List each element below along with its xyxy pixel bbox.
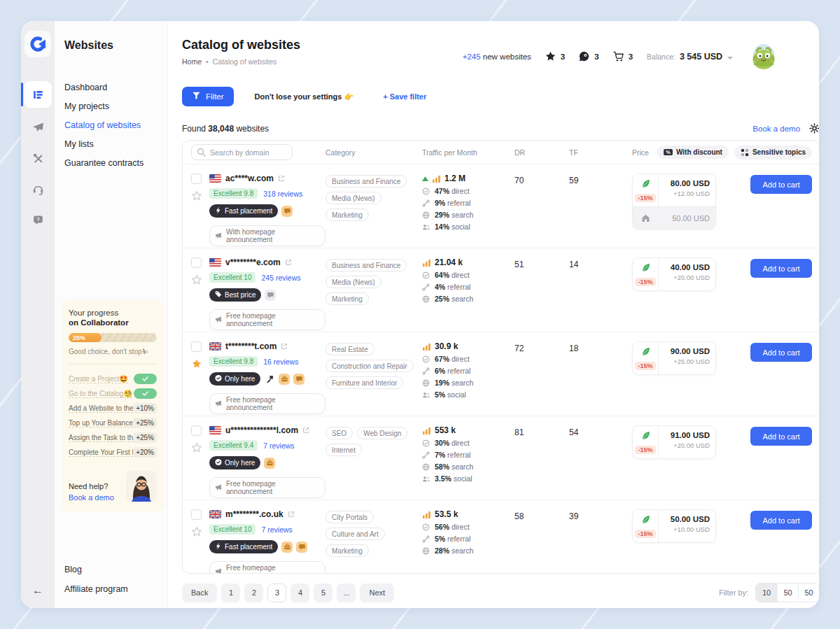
sensitive-topics-toggle[interactable]: Sensitive topics [734,146,812,160]
rail-outreach-icon[interactable] [24,116,52,139]
announcement-chip: Free homepage announcement [209,309,326,330]
rail-websites-icon[interactable] [24,81,52,108]
balance-dropdown[interactable]: Balance: 3 545 USD [647,50,734,63]
chat-orange-icon[interactable] [293,374,304,385]
row-checkbox[interactable] [191,257,202,268]
feature-badge: Only here [209,456,260,469]
search-input[interactable] [191,144,293,160]
row-checkbox[interactable] [191,425,202,436]
favorites-counter[interactable]: 3 [545,51,565,63]
traffic-source-referral: 6% referral [422,367,514,375]
reviews-link[interactable]: 7 reviews [261,525,292,534]
new-websites-link[interactable]: +245 new websites [463,52,531,61]
domain-link[interactable]: m********.co.uk [225,509,284,519]
pagination-ellipsis[interactable]: ... [337,584,356,602]
rail-tools-icon[interactable] [24,147,52,169]
chat-orange-icon[interactable] [296,542,307,553]
briefcase-icon[interactable] [264,458,275,469]
traffic-chart-icon [422,510,431,519]
with-discount-toggle[interactable]: % With discount [657,146,729,159]
reviews-link[interactable]: 318 reviews [263,190,302,198]
gavel-icon[interactable] [264,374,275,385]
pagination-page-2[interactable]: 2 [244,584,263,602]
gear-icon[interactable] [809,123,819,134]
pagination-page-3-current[interactable]: 3 [267,584,286,602]
add-to-cart-button[interactable]: Add to cart [750,511,812,530]
external-link-icon[interactable] [302,427,309,434]
collapse-sidebar-icon[interactable]: ← [32,584,43,597]
traffic-sources: 56% direct5% referral28% search [422,523,514,555]
add-to-cart-button[interactable]: Add to cart [750,259,812,278]
task-done-check-icon[interactable] [134,374,157,384]
pagination-page-1[interactable]: 1 [221,584,240,602]
favorite-star-icon[interactable] [191,442,202,456]
add-to-cart-button[interactable]: Add to cart [750,427,812,446]
chevron-down-icon [727,50,734,63]
category-chip: Real Estate [326,343,374,355]
reviews-link[interactable]: 245 reviews [261,274,300,282]
row-checkbox[interactable] [191,509,202,520]
chat-gray-icon[interactable] [265,290,276,301]
filter-button[interactable]: Filter [182,87,234,106]
add-to-cart-button[interactable]: Add to cart [750,343,812,362]
favorite-star-icon[interactable] [191,274,202,288]
price-card: -15% 50.00 USD +10.00 USD [632,509,716,543]
pagination-page-4[interactable]: 4 [290,584,309,602]
direct-icon [422,355,430,363]
domain-link[interactable]: u**************l.com [225,425,298,435]
domain-link[interactable]: t********t.com [225,341,276,351]
sidebar-item-my-lists[interactable]: My lists [64,139,167,149]
favorite-star-icon[interactable] [191,358,202,372]
external-link-icon[interactable] [281,343,288,350]
briefcase-icon[interactable] [281,542,293,553]
rail-help-icon[interactable]: ? [24,209,52,231]
external-link-icon[interactable] [285,259,292,266]
sidebar-item-guarantee-contracts[interactable]: Guarantee contracts [64,158,167,168]
favorite-star-icon[interactable] [191,190,202,204]
page-size-50b[interactable]: 50 [798,584,819,602]
chat-orange-icon[interactable] [281,206,293,217]
found-count-text: Found 38,048 websites [182,124,269,134]
social-icon [422,475,430,483]
domain-link[interactable]: ac****w.com [225,174,274,183]
external-link-icon[interactable] [278,175,285,182]
sidebar-item-dashboard[interactable]: Dashboard [64,83,167,92]
user-avatar[interactable] [748,41,780,73]
favorite-star-icon[interactable] [191,526,202,540]
progress-divider [69,364,157,365]
sidebar-item-my-projects[interactable]: My projects [64,101,167,111]
pagination-back-button[interactable]: Back [182,584,217,602]
add-to-cart-button[interactable]: Add to cart [750,175,812,194]
briefcase-icon[interactable] [279,374,290,385]
domain-link[interactable]: v********e.com [225,257,281,267]
external-link-icon[interactable] [288,511,295,518]
messages-counter[interactable]: 3 [579,51,598,63]
sidebar-menu: Dashboard My projects Catalog of website… [55,83,167,168]
row-checkbox[interactable] [191,341,202,352]
task-top-up-balance: Top up Your Balance🧧 +25% [69,416,157,430]
announcement-chip: Free homepage announcement [209,477,326,498]
table-row: v********e.com Excellent 10 245 reviews … [183,248,819,332]
pagination-next-button[interactable]: Next [360,584,394,602]
sidebar-item-catalog[interactable]: Catalog of websites [64,120,167,130]
traffic-value: 1.2 M [444,174,465,183]
page-size-50[interactable]: 50 [777,584,798,602]
save-filter-link[interactable]: + Save filter [383,92,426,101]
reviews-link[interactable]: 16 reviews [263,358,298,366]
page-size-10[interactable]: 10 [756,584,777,602]
pagination-page-5[interactable]: 5 [314,584,332,602]
rail-support-icon[interactable] [24,178,52,200]
breadcrumb-home[interactable]: Home [182,57,202,66]
affiliate-program-link[interactable]: Affiliate program [64,584,128,594]
blog-link[interactable]: Blog [64,565,128,574]
task-done-check-icon[interactable] [134,388,157,399]
collaborator-logo-icon[interactable] [24,31,51,57]
cart-counter[interactable]: 3 [613,51,633,63]
column-tf: TF [569,148,632,157]
book-demo-link[interactable]: Book a demo [752,125,800,133]
referral-icon [422,367,430,375]
row-checkbox[interactable] [191,174,202,184]
book-demo-sidebar-link[interactable]: Book a demo [69,493,114,502]
reviews-link[interactable]: 7 reviews [263,441,294,450]
direct-icon [422,271,430,279]
